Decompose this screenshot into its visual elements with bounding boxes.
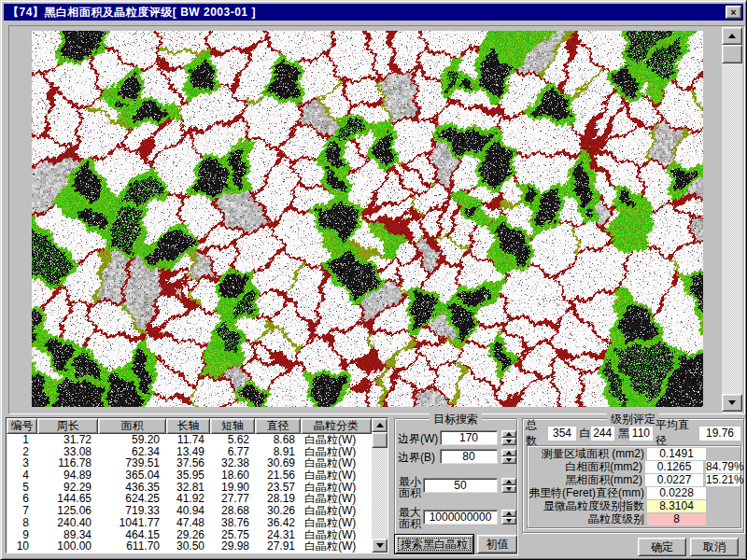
summary-row: 总数 354 白 244 黑 110 平均直径 19.76 <box>526 426 740 441</box>
table-row[interactable]: 592.29436.3532.8119.9023.57白晶粒(W) <box>7 482 372 494</box>
spin-up-icon[interactable] <box>501 430 516 438</box>
table-header-cell[interactable]: 长轴 <box>166 418 210 434</box>
table-header-cell[interactable]: 直径 <box>255 418 301 434</box>
spin-up-icon[interactable] <box>501 449 516 456</box>
white-count: 244 <box>591 427 614 441</box>
rating-row-value: 0.0228 <box>647 487 706 499</box>
table-cell: 40.94 <box>166 505 210 517</box>
boundary-w-label: 边界(W) <box>398 433 438 444</box>
table-row[interactable]: 3116.78739.5137.5632.3830.69白晶粒(W) <box>7 457 372 469</box>
spin-down-icon[interactable] <box>501 485 516 493</box>
scroll-down-button[interactable] <box>722 394 742 412</box>
rating-row-value: 0.1491 <box>647 448 706 460</box>
boundary-b-stepper[interactable] <box>501 449 516 464</box>
ok-button[interactable]: 确定 <box>638 538 686 556</box>
results-table: 编号周长面积长轴短轴直径晶粒分类 131.7259.2011.745.628.6… <box>6 417 388 553</box>
table-header-cell[interactable]: 编号 <box>7 418 37 434</box>
search-grains-button[interactable]: 搜索黑白晶粒 <box>395 535 473 553</box>
title-bar: 【74】黑白相面积及晶粒度评级[ BW 2003-01 ] × <box>4 4 743 21</box>
close-icon: × <box>731 7 737 18</box>
table-cell: 30.50 <box>166 540 210 553</box>
window-title: 【74】黑白相面积及晶粒度评级[ BW 2003-01 ] <box>7 5 256 21</box>
black-label: 黑 <box>618 426 629 441</box>
spin-up-icon[interactable] <box>501 478 516 485</box>
spin-down-icon[interactable] <box>501 456 516 464</box>
table-cell: 8.68 <box>255 434 301 446</box>
table-row[interactable]: 989.34464.1529.2625.7524.31白晶粒(W) <box>7 529 372 541</box>
max-area-input[interactable]: 1000000000 <box>423 510 498 525</box>
micrograph-panel <box>8 25 745 414</box>
table-cell: 35.95 <box>166 469 210 482</box>
table-scroll-down-button[interactable] <box>372 539 388 553</box>
spin-down-icon[interactable] <box>501 438 516 445</box>
rating-group: 级别评定 总数 354 白 244 黑 110 平均直径 19.76 测量区域面… <box>522 418 744 533</box>
scroll-thumb[interactable] <box>722 45 742 63</box>
table-row[interactable]: 494.89365.0435.9518.6021.56白晶粒(W) <box>7 469 372 482</box>
table-header-row: 编号周长面积长轴短轴直径晶粒分类 <box>7 418 372 434</box>
avg-diameter-value: 19.76 <box>699 427 740 441</box>
table-header-cell[interactable]: 短轴 <box>210 418 255 434</box>
spin-down-icon[interactable] <box>501 517 516 525</box>
total-label: 总数 <box>526 417 546 449</box>
table-cell: 240.40 <box>37 517 98 529</box>
table-cell: 8 <box>7 517 37 529</box>
max-area-stepper[interactable] <box>501 510 516 525</box>
table-cell: 47.48 <box>166 517 210 529</box>
table-cell: 白晶粒(W) <box>301 517 372 529</box>
table-cell: 37.56 <box>166 457 210 469</box>
table-cell: 6.77 <box>210 446 255 458</box>
total-count: 354 <box>548 427 575 441</box>
arrow-down-icon <box>376 543 384 548</box>
table-cell: 719.33 <box>98 505 166 517</box>
table-cell: 100.00 <box>37 540 98 553</box>
table-row[interactable]: 8240.401041.7747.4838.7636.42白晶粒(W) <box>7 517 372 529</box>
table-cell: 白晶粒(W) <box>301 434 372 446</box>
scroll-up-button[interactable] <box>722 27 742 45</box>
table-scroll-up-button[interactable] <box>372 418 388 432</box>
boundary-w-stepper[interactable] <box>501 430 516 445</box>
table-vertical-scrollbar[interactable] <box>372 418 388 553</box>
table-cell: 29.98 <box>210 540 255 553</box>
table-cell: 8.91 <box>255 446 301 458</box>
reset-values-button[interactable]: 初值 <box>477 535 517 553</box>
black-count: 110 <box>629 427 653 441</box>
table-cell: 30.69 <box>255 457 301 469</box>
table-body: 131.7259.2011.745.628.68白晶粒(W)233.0862.3… <box>7 434 372 553</box>
table-header-cell[interactable]: 晶粒分类 <box>301 418 372 434</box>
rating-row-value: 0.0227 <box>645 474 703 486</box>
arrow-down-icon <box>728 400 736 405</box>
rating-row-label: 晶粒度级别 <box>528 511 647 527</box>
table-cell: 白晶粒(W) <box>301 529 372 541</box>
close-button[interactable]: × <box>726 6 741 19</box>
table-cell: 白晶粒(W) <box>301 482 372 494</box>
table-cell: 6 <box>7 493 37 505</box>
image-vertical-scrollbar[interactable] <box>722 27 742 413</box>
table-cell: 436.35 <box>98 482 166 494</box>
boundary-b-input[interactable]: 80 <box>440 449 498 464</box>
table-cell: 白晶粒(W) <box>301 446 372 458</box>
table-row[interactable]: 131.7259.2011.745.628.68白晶粒(W) <box>7 434 372 446</box>
table-cell: 33.08 <box>37 446 98 458</box>
max-area-label: 最大 面积 <box>399 507 421 529</box>
table-cell: 30.26 <box>255 505 301 517</box>
rating-rows: 测量区域面积 (mm2)0.1491白相面积(mm2)0.126584.79%黑… <box>527 445 741 528</box>
table-scroll-thumb[interactable] <box>372 432 388 448</box>
table-row[interactable]: 10100.00611.7030.5029.9827.91白晶粒(W) <box>7 540 372 553</box>
table-cell: 27.77 <box>210 493 255 505</box>
spin-up-icon[interactable] <box>501 510 516 517</box>
table-header-cell[interactable]: 周长 <box>37 418 98 434</box>
rating-row-percent: 15.21% <box>706 474 740 486</box>
table-cell: 24.31 <box>255 529 301 541</box>
table-header-cell[interactable]: 面积 <box>98 418 166 434</box>
boundary-w-input[interactable]: 170 <box>440 430 498 445</box>
table-row[interactable]: 7125.06719.3340.9428.6830.26白晶粒(W) <box>7 505 372 517</box>
table-cell: 59.20 <box>98 434 166 446</box>
table-row[interactable]: 233.0862.3413.496.778.91白晶粒(W) <box>7 446 372 458</box>
table-row[interactable]: 6144.65624.2541.9227.7728.19白晶粒(W) <box>7 493 372 505</box>
table-cell: 739.51 <box>98 457 166 469</box>
micrograph-image[interactable] <box>32 31 703 407</box>
cancel-button[interactable]: 取消 <box>690 538 739 556</box>
min-area-stepper[interactable] <box>501 478 516 493</box>
rating-row-percent: 84.79% <box>706 461 740 473</box>
min-area-input[interactable]: 50 <box>423 478 498 493</box>
